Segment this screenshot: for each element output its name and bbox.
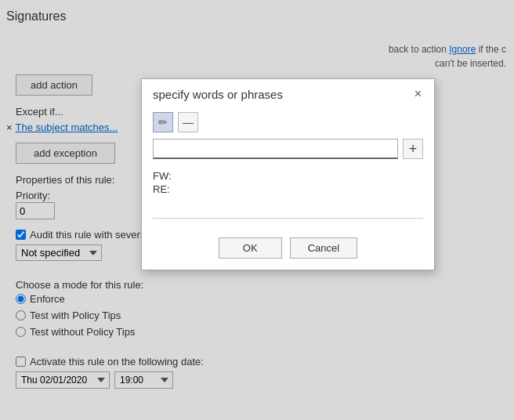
modal-close-button[interactable]: × (413, 87, 423, 101)
phrase-input-row: + (153, 139, 423, 159)
phrase-input[interactable] (153, 139, 398, 159)
plus-icon: + (409, 141, 418, 158)
ok-button[interactable]: OK (219, 237, 282, 259)
modal-titlebar: specify words or phrases × (142, 79, 434, 104)
modal-specify-phrases: specify words or phrases × ✏ — + FW: R (141, 78, 435, 270)
modal-toolbar: ✏ — (153, 112, 423, 132)
modal-body: ✏ — + FW: RE: (142, 104, 434, 237)
fw-label: FW: (153, 170, 423, 182)
remove-phrase-button[interactable]: — (178, 112, 198, 132)
fw-re-area: FW: RE: (153, 167, 423, 210)
cancel-button[interactable]: Cancel (290, 237, 357, 259)
minus-icon: — (183, 116, 194, 129)
modal-divider (153, 218, 423, 219)
modal-footer: OK Cancel (142, 237, 434, 270)
re-label: RE: (153, 183, 423, 195)
edit-phrase-button[interactable]: ✏ (153, 112, 173, 132)
modal-title: specify words or phrases (153, 88, 283, 101)
pencil-icon: ✏ (158, 116, 168, 129)
add-phrase-button[interactable]: + (403, 139, 423, 159)
page-background: Signatures back to action Ignore if the … (0, 0, 514, 420)
